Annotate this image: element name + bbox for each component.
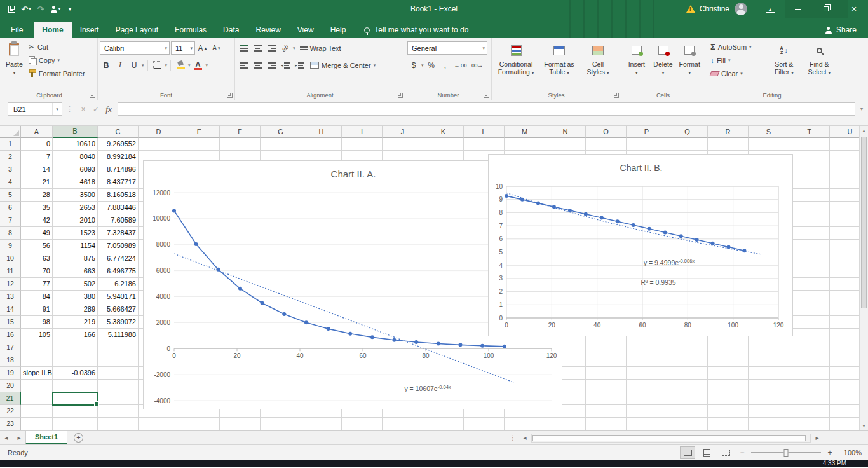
cell-Q23[interactable] — [667, 418, 708, 430]
cell-T8[interactable] — [789, 227, 830, 240]
cell-C3[interactable]: 8.714896 — [98, 163, 139, 176]
cell-G23[interactable] — [261, 418, 301, 430]
cell-R23[interactable] — [708, 418, 749, 430]
name-box-dropdown[interactable]: ▾ — [52, 103, 62, 115]
row-header-2[interactable]: 2 — [0, 151, 21, 163]
cell-L1[interactable] — [464, 138, 505, 151]
cell-Q1[interactable] — [667, 138, 708, 151]
cell-C14[interactable]: 5.666427 — [98, 303, 139, 316]
column-header-O[interactable]: O — [586, 126, 627, 138]
cell-T3[interactable] — [789, 163, 830, 176]
row-header-8[interactable]: 8 — [0, 227, 21, 240]
cell-C22[interactable] — [98, 405, 139, 418]
cell-B12[interactable]: 502 — [53, 278, 98, 291]
increase-decimal-button[interactable]: ←.00 — [453, 59, 468, 72]
cell-C15[interactable]: 5.389072 — [98, 316, 139, 329]
cell-T12[interactable] — [789, 278, 830, 291]
row-header-7[interactable]: 7 — [0, 214, 21, 227]
cell-A6[interactable]: 35 — [21, 202, 53, 214]
formula-input[interactable] — [118, 102, 855, 116]
column-header-P[interactable]: P — [627, 126, 667, 138]
cell-T16[interactable] — [789, 329, 830, 341]
cell-T10[interactable] — [789, 252, 830, 265]
scroll-up-button[interactable]: ▲ — [860, 126, 868, 135]
cell-P17[interactable] — [627, 341, 667, 354]
vertical-scrollbar[interactable]: ▲ ▼ — [859, 126, 868, 430]
cell-T22[interactable] — [789, 405, 830, 418]
horizontal-scroll-thumb[interactable] — [532, 435, 806, 441]
grow-font-button[interactable]: A▲ — [196, 41, 209, 55]
minimize-button[interactable] — [784, 0, 812, 18]
cell-B20[interactable] — [53, 380, 98, 392]
cell-K23[interactable] — [423, 418, 464, 430]
tab-home[interactable]: Home — [34, 22, 71, 38]
save-button[interactable] — [5, 2, 18, 16]
clipboard-dialog-launcher[interactable] — [90, 93, 95, 98]
cell-C2[interactable]: 8.992184 — [98, 151, 139, 163]
row-header-15[interactable]: 15 — [0, 316, 21, 329]
scroll-down-button[interactable]: ▼ — [860, 421, 868, 430]
column-header-I[interactable]: I — [342, 126, 383, 138]
warning-icon[interactable] — [686, 5, 695, 13]
cell-C8[interactable]: 7.328437 — [98, 227, 139, 240]
column-header-C[interactable]: C — [98, 126, 139, 138]
cell-T1[interactable] — [789, 138, 830, 151]
cell-C4[interactable]: 8.437717 — [98, 176, 139, 189]
decrease-decimal-button[interactable]: .00→ — [469, 59, 484, 72]
cell-T21[interactable] — [789, 392, 830, 405]
cell-A14[interactable]: 91 — [21, 303, 53, 316]
cell-T15[interactable] — [789, 316, 830, 329]
cell-B15[interactable]: 219 — [53, 316, 98, 329]
cell-P23[interactable] — [627, 418, 667, 430]
avatar[interactable] — [735, 3, 747, 15]
cell-O19[interactable] — [586, 367, 627, 380]
zoom-slider[interactable] — [751, 448, 821, 458]
row-header-14[interactable]: 14 — [0, 303, 21, 316]
page-break-view-button[interactable] — [718, 446, 733, 459]
cell-O22[interactable] — [586, 405, 627, 418]
horizontal-scrollbar[interactable] — [531, 434, 811, 443]
font-dialog-launcher[interactable] — [227, 93, 233, 98]
cell-C11[interactable]: 6.496775 — [98, 265, 139, 278]
cell-S1[interactable] — [749, 138, 789, 151]
cell-P22[interactable] — [627, 405, 667, 418]
undo-button[interactable]: ↶▾ — [20, 2, 32, 16]
cell-T9[interactable] — [789, 240, 830, 252]
cell-T18[interactable] — [789, 354, 830, 367]
cell-B7[interactable]: 2010 — [53, 214, 98, 227]
cell-O20[interactable] — [586, 380, 627, 392]
cell-T11[interactable] — [789, 265, 830, 278]
insert-cells-button[interactable]: Insert ▾ — [623, 40, 650, 90]
row-header-6[interactable]: 6 — [0, 202, 21, 214]
cell-B22[interactable] — [53, 405, 98, 418]
cell-Q18[interactable] — [667, 354, 708, 367]
column-header-R[interactable]: R — [708, 126, 749, 138]
tab-formulas[interactable]: Formulas — [166, 22, 215, 38]
font-color-button[interactable]: A — [192, 59, 205, 72]
decrease-indent-button[interactable]: ◂ — [279, 59, 292, 72]
cell-B23[interactable] — [53, 418, 98, 430]
cell-B10[interactable]: 875 — [53, 252, 98, 265]
cell-T13[interactable] — [789, 291, 830, 303]
cell-C13[interactable]: 5.940171 — [98, 291, 139, 303]
cell-C23[interactable] — [98, 418, 139, 430]
cell-B3[interactable]: 6093 — [53, 163, 98, 176]
page-layout-view-button[interactable] — [699, 446, 714, 459]
cell-C16[interactable]: 5.111988 — [98, 329, 139, 341]
top-align-button[interactable] — [237, 41, 250, 55]
cell-A19[interactable]: slope II.B. — [21, 367, 53, 380]
cell-I1[interactable] — [342, 138, 383, 151]
insert-function-button[interactable]: fx — [102, 104, 115, 114]
account-name[interactable]: Christine — [700, 4, 729, 13]
font-family-select[interactable]: Calibri▾ — [100, 41, 170, 55]
alignment-dialog-launcher[interactable] — [398, 93, 403, 98]
zoom-out-button[interactable]: − — [737, 448, 747, 457]
row-header-10[interactable]: 10 — [0, 252, 21, 265]
row-header-22[interactable]: 22 — [0, 405, 21, 418]
number-dialog-launcher[interactable] — [484, 93, 489, 98]
number-format-select[interactable]: General▾ — [407, 41, 487, 55]
column-header-M[interactable]: M — [505, 126, 545, 138]
sheet-nav-left-button[interactable]: ◂ — [0, 434, 13, 441]
delete-cells-button[interactable]: Delete ▾ — [650, 40, 677, 90]
tab-file[interactable]: File — [0, 22, 34, 38]
